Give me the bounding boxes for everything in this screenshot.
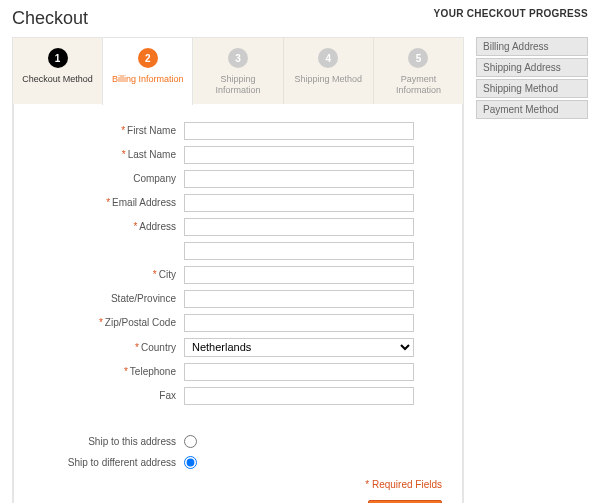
step-number-icon: 5 bbox=[408, 48, 428, 68]
address-field[interactable] bbox=[184, 218, 414, 236]
telephone-field[interactable] bbox=[184, 363, 414, 381]
ship-same-label: Ship to this address bbox=[34, 436, 184, 447]
city-field[interactable] bbox=[184, 266, 414, 284]
step-label: Checkout Method bbox=[17, 74, 98, 85]
city-label: *City bbox=[34, 269, 184, 280]
first-name-label: *First Name bbox=[34, 125, 184, 136]
step-number-icon: 1 bbox=[48, 48, 68, 68]
country-label: *Country bbox=[34, 342, 184, 353]
progress-item-payment-method[interactable]: Payment Method bbox=[476, 100, 588, 119]
zip-label: *Zip/Postal Code bbox=[34, 317, 184, 328]
zip-field[interactable] bbox=[184, 314, 414, 332]
email-field[interactable] bbox=[184, 194, 414, 212]
progress-item-billing-address[interactable]: Billing Address bbox=[476, 37, 588, 56]
billing-form: *First Name *Last Name Company *Email Ad… bbox=[13, 104, 463, 503]
state-label: State/Province bbox=[34, 293, 184, 304]
company-field[interactable] bbox=[184, 170, 414, 188]
progress-item-shipping-method[interactable]: Shipping Method bbox=[476, 79, 588, 98]
checkout-progress: Billing Address Shipping Address Shippin… bbox=[476, 37, 588, 503]
ship-diff-radio[interactable] bbox=[184, 456, 197, 469]
page-title: Checkout bbox=[12, 8, 88, 29]
first-name-field[interactable] bbox=[184, 122, 414, 140]
step-number-icon: 3 bbox=[228, 48, 248, 68]
step-tab-shipping-information[interactable]: 3 Shipping Information bbox=[193, 38, 283, 104]
step-number-icon: 2 bbox=[138, 48, 158, 68]
required-fields-note: * Required Fields bbox=[365, 479, 442, 490]
address2-field[interactable] bbox=[184, 242, 414, 260]
step-label: Shipping Information bbox=[197, 74, 278, 96]
country-select[interactable]: Netherlands bbox=[184, 338, 414, 357]
state-field[interactable] bbox=[184, 290, 414, 308]
ship-diff-label: Ship to different address bbox=[34, 457, 184, 468]
telephone-label: *Telephone bbox=[34, 366, 184, 377]
progress-item-shipping-address[interactable]: Shipping Address bbox=[476, 58, 588, 77]
step-tab-payment-information[interactable]: 5 Payment Information bbox=[374, 38, 463, 104]
step-tab-shipping-method[interactable]: 4 Shipping Method bbox=[284, 38, 374, 104]
fax-field[interactable] bbox=[184, 387, 414, 405]
fax-label: Fax bbox=[34, 390, 184, 401]
checkout-steps: 1 Checkout Method 2 Billing Information … bbox=[12, 37, 464, 503]
company-label: Company bbox=[34, 173, 184, 184]
address-label: *Address bbox=[34, 221, 184, 232]
ship-same-radio[interactable] bbox=[184, 435, 197, 448]
last-name-field[interactable] bbox=[184, 146, 414, 164]
step-number-icon: 4 bbox=[318, 48, 338, 68]
step-label: Shipping Method bbox=[288, 74, 369, 85]
last-name-label: *Last Name bbox=[34, 149, 184, 160]
progress-title: YOUR CHECKOUT PROGRESS bbox=[434, 8, 588, 19]
email-label: *Email Address bbox=[34, 197, 184, 208]
continue-button[interactable]: Continue bbox=[368, 500, 442, 503]
step-tab-checkout-method[interactable]: 1 Checkout Method bbox=[13, 38, 103, 104]
step-tab-billing-information[interactable]: 2 Billing Information bbox=[102, 37, 193, 105]
step-label: Payment Information bbox=[378, 74, 459, 96]
step-label: Billing Information bbox=[107, 74, 188, 85]
